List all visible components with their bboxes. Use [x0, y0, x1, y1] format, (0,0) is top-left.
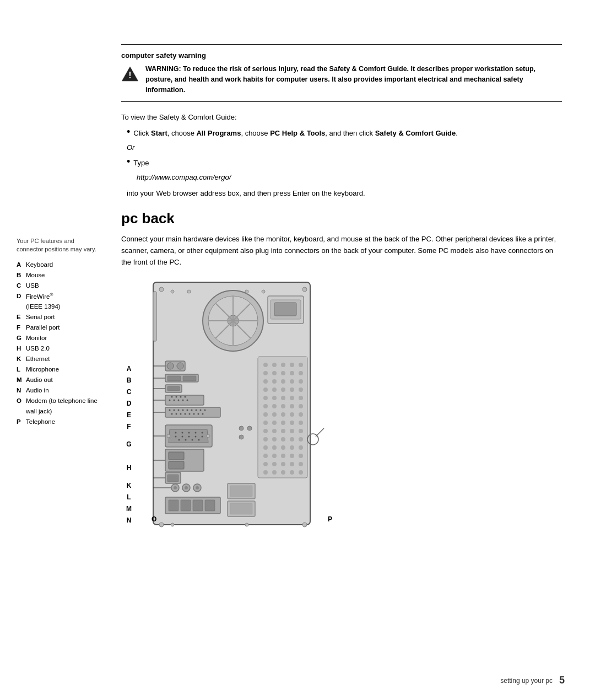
sidebar-item-b: B Mouse	[17, 270, 102, 281]
label-g-diagram: G	[126, 433, 131, 456]
svg-point-136	[175, 435, 177, 437]
warning-icon: !	[121, 65, 139, 83]
bullet-item-1: • Click Start, choose All Programs, choo…	[121, 128, 562, 139]
label-firewire: FireWire®(IEEE 1394)	[26, 291, 61, 313]
svg-text:!: !	[128, 71, 131, 80]
svg-point-156	[174, 486, 177, 489]
svg-point-58	[263, 421, 268, 425]
svg-point-135	[202, 432, 203, 433]
label-mouse: Mouse	[26, 270, 45, 281]
svg-point-107	[171, 396, 173, 397]
svg-point-29	[272, 371, 277, 375]
svg-point-83	[263, 462, 268, 466]
label-h-diagram: H	[127, 456, 132, 480]
svg-point-105	[182, 399, 184, 401]
svg-point-94	[167, 363, 174, 369]
svg-point-143	[192, 439, 193, 440]
svg-point-42	[299, 387, 303, 392]
svg-point-30	[281, 371, 285, 375]
sidebar-items: A Keyboard B Mouse C USB D FireWire®(IEE…	[17, 260, 102, 427]
sidebar-item-d: D FireWire®(IEEE 1394)	[17, 291, 102, 313]
svg-rect-164	[193, 500, 203, 511]
main-content: computer safety warning ! WARNING: To re…	[110, 22, 595, 678]
svg-point-62	[299, 421, 303, 425]
svg-point-126	[193, 413, 195, 414]
svg-point-74	[272, 445, 277, 450]
url-text: http://www.compaq.com/ergo/	[137, 172, 562, 184]
svg-point-72	[299, 437, 303, 441]
diagram-left-labels: A B C D E F G H K L M N	[121, 279, 137, 526]
svg-point-52	[299, 404, 303, 408]
label-c-diagram: C	[127, 386, 132, 398]
sidebar-item-n: N Audio in	[17, 385, 102, 396]
sidebar-item-g: G Monitor	[17, 333, 102, 343]
svg-rect-151	[169, 452, 184, 460]
svg-point-60	[281, 421, 285, 425]
letter-b: B	[17, 270, 24, 281]
pc-illustration: O P	[137, 279, 335, 533]
diagram-area: A B C D E F G H K L M N	[121, 279, 562, 533]
svg-point-90	[281, 470, 285, 475]
svg-point-146	[207, 434, 210, 438]
letter-e: E	[17, 312, 24, 322]
svg-point-158	[185, 486, 188, 489]
svg-point-71	[290, 437, 294, 441]
svg-point-34	[272, 379, 277, 384]
sidebar-item-e: E Serial port	[17, 312, 102, 322]
svg-point-23	[263, 363, 268, 367]
label-m-diagram: M	[126, 503, 132, 515]
svg-point-46	[290, 396, 294, 400]
svg-point-51	[290, 404, 294, 408]
svg-point-21	[262, 290, 265, 293]
svg-point-118	[196, 409, 197, 411]
svg-point-127	[198, 413, 199, 414]
svg-point-121	[171, 413, 173, 414]
svg-point-145	[167, 434, 170, 438]
letter-d: D	[17, 291, 24, 313]
label-parallel: Parallel port	[26, 322, 60, 333]
svg-point-88	[263, 470, 268, 475]
svg-point-137	[182, 435, 183, 437]
letter-g: G	[17, 333, 24, 343]
sidebar-item-p: P Telephone	[17, 417, 102, 427]
svg-point-141	[178, 439, 180, 440]
svg-point-78	[263, 454, 268, 458]
label-monitor: Monitor	[26, 333, 47, 343]
warning-text: WARNING: To reduce the risk of serious i…	[145, 64, 562, 95]
sidebar-item-a: A Keyboard	[17, 260, 102, 270]
label-f-diagram: F	[127, 421, 131, 433]
svg-point-84	[272, 462, 277, 466]
label-audio-out: Audio out	[26, 375, 53, 385]
label-telephone: Telephone	[26, 417, 55, 427]
svg-rect-152	[169, 461, 184, 469]
svg-line-182	[316, 428, 324, 437]
svg-point-125	[189, 413, 191, 414]
svg-point-81	[290, 454, 294, 458]
svg-point-28	[263, 371, 268, 375]
page-number: 5	[559, 675, 565, 686]
svg-point-117	[191, 409, 193, 411]
svg-point-19	[187, 290, 191, 293]
svg-point-76	[290, 445, 294, 450]
svg-point-131	[175, 432, 177, 433]
svg-point-27	[299, 363, 303, 367]
svg-point-36	[290, 379, 294, 384]
svg-point-120	[204, 409, 206, 411]
footer-text: setting up your pc	[500, 677, 553, 685]
letter-h: H	[17, 343, 24, 354]
svg-point-112	[169, 409, 171, 411]
label-n-diagram: N	[127, 515, 132, 526]
svg-point-18	[171, 290, 174, 293]
svg-point-33	[263, 379, 268, 384]
svg-point-89	[272, 470, 277, 475]
letter-c: C	[17, 281, 24, 291]
label-p-position: P	[328, 515, 332, 523]
letter-k: K	[17, 354, 24, 364]
svg-point-103	[174, 399, 175, 401]
into-text: into your Web browser address box, and t…	[127, 188, 562, 200]
svg-point-32	[299, 371, 303, 375]
svg-point-134	[195, 432, 197, 433]
svg-point-59	[272, 421, 277, 425]
svg-point-91	[290, 470, 294, 475]
svg-point-64	[272, 429, 277, 433]
